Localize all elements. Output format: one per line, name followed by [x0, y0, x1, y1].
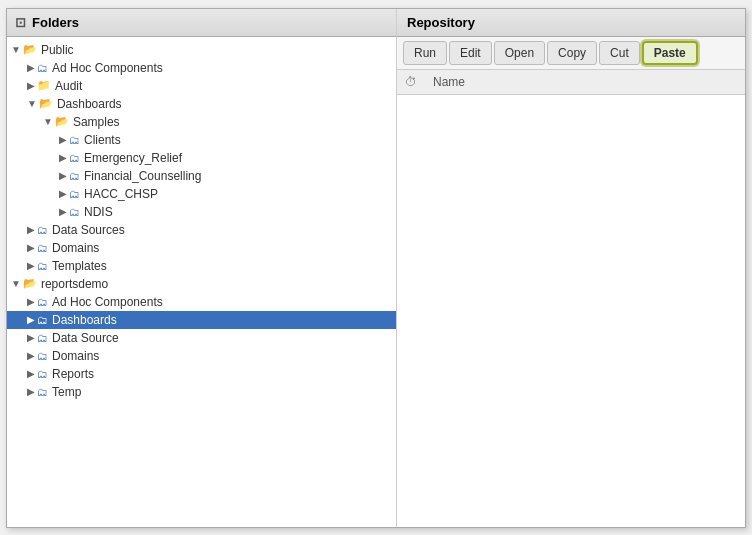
folder-grid-icon: 🗂 [37, 296, 48, 308]
expand-arrow: ▶ [27, 242, 35, 253]
tree-item-label: Audit [55, 79, 82, 93]
tree-item-label: Ad Hoc Components [52, 61, 163, 75]
tree-item-label: Domains [52, 241, 99, 255]
tree-item-adhoc[interactable]: ▶🗂Ad Hoc Components [7, 59, 396, 77]
run-button[interactable]: Run [403, 41, 447, 65]
tree-container[interactable]: ▼📂Public▶🗂Ad Hoc Components▶📁Audit▼📂Dash… [7, 37, 396, 527]
tree-item-reports2[interactable]: ▶🗂Reports [7, 365, 396, 383]
name-col-label: Name [433, 75, 465, 89]
expand-arrow: ▼ [11, 44, 21, 55]
status-col-header: ⏱ [397, 70, 425, 95]
folder-grid-icon: 🗂 [69, 134, 80, 146]
tree-item-domains2[interactable]: ▶🗂Domains [7, 347, 396, 365]
name-col-header: Name [425, 70, 745, 95]
tree-item-datasources[interactable]: ▶🗂Data Sources [7, 221, 396, 239]
expand-arrow: ▶ [27, 260, 35, 271]
tree-item-reportsdemo[interactable]: ▼📂reportsdemo [7, 275, 396, 293]
folders-header-icon: ⊡ [15, 15, 26, 30]
folder-grid-icon: 🗂 [69, 188, 80, 200]
folder-grid-icon: 🗂 [69, 152, 80, 164]
tree-item-label: Financial_Counselling [84, 169, 201, 183]
folders-header: ⊡ Folders [7, 9, 396, 37]
right-panel: Repository RunEditOpenCopyCutPaste ⏱ Nam… [397, 9, 745, 527]
tree-item-clients[interactable]: ▶🗂Clients [7, 131, 396, 149]
tree-item-label: Templates [52, 259, 107, 273]
tree-item-label: HACC_CHSP [84, 187, 158, 201]
tree-item-label: Public [41, 43, 74, 57]
folder-open-icon: 📂 [55, 115, 69, 128]
copy-button[interactable]: Copy [547, 41, 597, 65]
folder-grid-icon: 🗂 [37, 224, 48, 236]
tree-item-hacc[interactable]: ▶🗂HACC_CHSP [7, 185, 396, 203]
folder-grid-icon: 🗂 [37, 368, 48, 380]
tree-item-label: Dashboards [52, 313, 117, 327]
expand-arrow: ▶ [27, 224, 35, 235]
tree-item-audit[interactable]: ▶📁Audit [7, 77, 396, 95]
tree-item-ndis[interactable]: ▶🗂NDIS [7, 203, 396, 221]
cut-button[interactable]: Cut [599, 41, 640, 65]
main-container: ⊡ Folders ▼📂Public▶🗂Ad Hoc Components▶📁A… [6, 8, 746, 528]
clock-icon: ⏱ [405, 75, 417, 89]
expand-arrow: ▼ [27, 98, 37, 109]
tree-item-label: Temp [52, 385, 81, 399]
expand-arrow: ▶ [27, 368, 35, 379]
expand-arrow: ▶ [59, 134, 67, 145]
content-table: ⏱ Name [397, 70, 745, 95]
folder-open-icon: 📂 [23, 277, 37, 290]
folder-grid-icon: 🗂 [37, 332, 48, 344]
tree-item-label: Data Sources [52, 223, 125, 237]
tree-item-label: Dashboards [57, 97, 122, 111]
tree-item-public[interactable]: ▼📂Public [7, 41, 396, 59]
folder-grid-icon: 🗂 [37, 350, 48, 362]
open-button[interactable]: Open [494, 41, 545, 65]
tree-item-label: reportsdemo [41, 277, 108, 291]
expand-arrow: ▶ [59, 170, 67, 181]
tree-item-label: Data Source [52, 331, 119, 345]
tree-item-adhoc2[interactable]: ▶🗂Ad Hoc Components [7, 293, 396, 311]
expand-arrow: ▶ [27, 314, 35, 325]
expand-arrow: ▶ [59, 152, 67, 163]
expand-arrow: ▼ [11, 278, 21, 289]
tree-item-label: Emergency_Relief [84, 151, 182, 165]
tree-item-domains[interactable]: ▶🗂Domains [7, 239, 396, 257]
folder-grid-icon: 🗂 [37, 386, 48, 398]
tree-item-label: Ad Hoc Components [52, 295, 163, 309]
expand-arrow: ▶ [59, 188, 67, 199]
tree-item-emergency[interactable]: ▶🗂Emergency_Relief [7, 149, 396, 167]
folder-icon: 📁 [37, 79, 51, 92]
tree-item-label: NDIS [84, 205, 113, 219]
repository-header-label: Repository [407, 15, 475, 30]
left-panel: ⊡ Folders ▼📂Public▶🗂Ad Hoc Components▶📁A… [7, 9, 397, 527]
folder-grid-icon: 🗂 [37, 260, 48, 272]
repository-header: Repository [397, 9, 745, 37]
folder-grid-icon: 🗂 [37, 314, 48, 326]
expand-arrow: ▶ [27, 386, 35, 397]
expand-arrow: ▶ [59, 206, 67, 217]
tree-item-datasource2[interactable]: ▶🗂Data Source [7, 329, 396, 347]
tree-item-samples[interactable]: ▼📂Samples [7, 113, 396, 131]
folder-grid-icon: 🗂 [69, 206, 80, 218]
paste-button[interactable]: Paste [642, 41, 698, 65]
tree-item-templates[interactable]: ▶🗂Templates [7, 257, 396, 275]
tree-item-label: Domains [52, 349, 99, 363]
tree-item-temp[interactable]: ▶🗂Temp [7, 383, 396, 401]
folder-grid-icon: 🗂 [37, 242, 48, 254]
expand-arrow: ▶ [27, 80, 35, 91]
folder-open-icon: 📂 [39, 97, 53, 110]
content-area: ⏱ Name [397, 70, 745, 527]
tree-item-financial[interactable]: ▶🗂Financial_Counselling [7, 167, 396, 185]
tree-item-dashboards[interactable]: ▼📂Dashboards [7, 95, 396, 113]
expand-arrow: ▶ [27, 332, 35, 343]
toolbar: RunEditOpenCopyCutPaste [397, 37, 745, 70]
folders-header-label: Folders [32, 15, 79, 30]
folder-open-icon: 📂 [23, 43, 37, 56]
tree-item-label: Reports [52, 367, 94, 381]
tree-item-label: Clients [84, 133, 121, 147]
tree-item-label: Samples [73, 115, 120, 129]
tree-item-dashboards2[interactable]: ▶🗂Dashboards [7, 311, 396, 329]
edit-button[interactable]: Edit [449, 41, 492, 65]
folder-grid-icon: 🗂 [37, 62, 48, 74]
expand-arrow: ▶ [27, 350, 35, 361]
folder-grid-icon: 🗂 [69, 170, 80, 182]
expand-arrow: ▶ [27, 296, 35, 307]
